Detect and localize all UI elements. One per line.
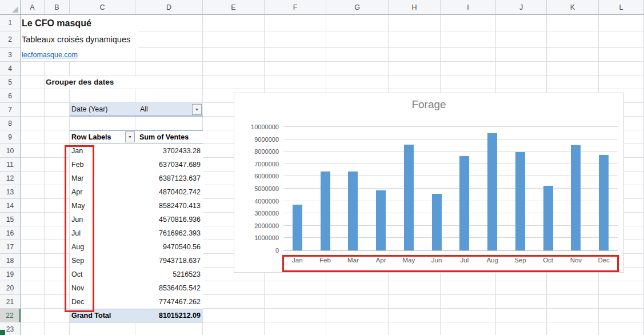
chart[interactable]: Forage 010000002000000300000040000005000…	[234, 93, 624, 273]
pivot-row-label-cell[interactable]: Oct	[70, 268, 135, 281]
pivot-row-label-cell[interactable]: Feb	[70, 158, 135, 172]
chart-gridline	[283, 225, 618, 226]
row-header[interactable]: 10	[0, 144, 21, 158]
chart-bar[interactable]	[515, 152, 525, 250]
column-header[interactable]: J	[496, 0, 547, 15]
pivot-row-value-cell[interactable]: 7943718.637	[135, 254, 201, 268]
column-header[interactable]: F	[265, 0, 326, 15]
x-axis-tick-label: Oct	[535, 257, 561, 264]
subtitle-cell[interactable]: Tableaux croisés dynamiques	[22, 31, 130, 48]
row-header[interactable]: 15	[0, 213, 21, 226]
row-labels-header-cell[interactable]: Row Labels	[71, 131, 111, 143]
pivot-row-label-cell[interactable]: Jun	[70, 213, 135, 226]
pivot-row-value-cell[interactable]: 8536405.542	[135, 281, 201, 295]
chart-bar[interactable]	[543, 186, 553, 250]
chart-bar[interactable]	[487, 133, 497, 250]
column-header[interactable]: D	[135, 0, 203, 15]
column-header[interactable]: K	[547, 0, 599, 15]
filter-value-cell[interactable]: All	[140, 103, 148, 115]
pivot-row-label-cell[interactable]: Nov	[70, 281, 135, 295]
column-header[interactable]: I	[441, 0, 496, 15]
row-header[interactable]: 19	[0, 268, 21, 281]
column-header[interactable]: E	[203, 0, 265, 15]
y-axis-tick-label: 2000000	[237, 222, 279, 230]
row-header[interactable]: 16	[0, 226, 21, 240]
pivot-row-value-cell[interactable]: 9470540.56	[135, 240, 201, 254]
pivot-row-value-cell[interactable]: 7616962.393	[135, 226, 201, 240]
gridline	[21, 75, 644, 75]
row-header[interactable]: 21	[0, 295, 21, 309]
row-labels-dropdown-button[interactable]: ▼	[125, 131, 135, 142]
y-axis-tick-label: 0	[237, 246, 279, 254]
pivot-row-value-cell[interactable]: 8582470.413	[135, 199, 201, 213]
column-header[interactable]: G	[326, 0, 389, 15]
row-header[interactable]: 22	[0, 309, 21, 322]
y-axis-tick-label: 4000000	[237, 197, 279, 205]
pivot-row-value-cell[interactable]: 3702433.28	[135, 144, 201, 158]
row-header[interactable]: 2	[0, 31, 21, 48]
grand-total-value-cell[interactable]: 81015212.09	[159, 309, 201, 322]
chart-gridline	[283, 126, 618, 127]
row-header[interactable]: 6	[0, 89, 21, 103]
values-header-cell[interactable]: Sum of Ventes	[139, 131, 189, 143]
gridline	[21, 89, 644, 89]
workbook-title-cell[interactable]: Le CFO masqué	[22, 15, 91, 31]
chart-bar[interactable]	[348, 172, 358, 250]
chart-bar[interactable]	[459, 156, 469, 250]
row-header[interactable]: 1	[0, 15, 21, 31]
column-header[interactable]: A	[21, 0, 45, 15]
chart-bar[interactable]	[571, 145, 581, 250]
gridline	[44, 15, 45, 335]
filter-dropdown-button[interactable]: ▼	[192, 104, 202, 115]
row-header[interactable]: 5	[0, 75, 21, 89]
pivot-row-value-cell[interactable]: 5216523	[135, 268, 201, 281]
column-header[interactable]: C	[70, 0, 135, 15]
chart-bar[interactable]	[376, 190, 386, 250]
pivot-row-value-cell[interactable]: 7747467.262	[135, 295, 201, 309]
y-axis-tick-label: 8000000	[237, 147, 279, 155]
grand-total-label-cell[interactable]: Grand Total	[71, 309, 111, 322]
pivot-row-label-cell[interactable]: Dec	[70, 295, 135, 309]
row-header[interactable]: 13	[0, 185, 21, 199]
row-header[interactable]: 14	[0, 199, 21, 213]
chart-bar[interactable]	[432, 194, 442, 250]
chart-bar[interactable]	[599, 155, 609, 250]
column-header[interactable]: H	[389, 0, 441, 15]
column-header[interactable]: L	[599, 0, 644, 15]
row-header[interactable]: 18	[0, 254, 21, 268]
pivot-row-value-cell[interactable]: 6370347.689	[135, 158, 201, 172]
chart-bar[interactable]	[404, 145, 414, 250]
hyperlink-cell[interactable]: lecfomasque.com	[22, 48, 78, 62]
y-axis-tick-label: 1000000	[237, 234, 279, 242]
pivot-row-value-cell[interactable]: 4870402.742	[135, 185, 201, 199]
chart-bar[interactable]	[293, 205, 302, 250]
column-header[interactable]: B	[45, 0, 70, 15]
pivot-row-label-cell[interactable]: Apr	[70, 185, 135, 199]
select-all-triangle-icon	[12, 6, 18, 13]
pivot-row-label-cell[interactable]: Mar	[70, 172, 135, 185]
section-heading-cell[interactable]: Grouper des dates	[46, 75, 114, 89]
row-header[interactable]: 20	[0, 281, 21, 295]
chart-bar[interactable]	[321, 172, 330, 250]
row-header[interactable]: 4	[0, 62, 21, 75]
pivot-row-value-cell[interactable]: 6387123.637	[135, 172, 201, 185]
pivot-row-label-cell[interactable]: Aug	[70, 240, 135, 254]
pivot-row-label-cell[interactable]: Jul	[70, 226, 135, 240]
pivot-row-label-cell[interactable]: May	[70, 199, 135, 213]
row-header[interactable]: 3	[0, 48, 21, 62]
pivot-filter-row: Date (Year) All	[70, 103, 203, 117]
green-corner-accent	[0, 330, 5, 335]
filter-label-cell[interactable]: Date (Year)	[71, 103, 107, 115]
x-axis-tick-label: Dec	[591, 257, 617, 264]
row-header[interactable]: 11	[0, 158, 21, 172]
row-header[interactable]: 12	[0, 172, 21, 185]
dropdown-arrow-icon: ▼	[128, 135, 132, 139]
select-all-corner[interactable]	[0, 0, 21, 15]
row-header[interactable]: 17	[0, 240, 21, 254]
pivot-row-value-cell[interactable]: 4570816.936	[135, 213, 201, 226]
row-header[interactable]: 7	[0, 103, 21, 117]
pivot-row-label-cell[interactable]: Sep	[70, 254, 135, 268]
row-header[interactable]: 9	[0, 130, 21, 144]
pivot-row-label-cell[interactable]: Jan	[70, 144, 135, 158]
row-header[interactable]: 8	[0, 117, 21, 130]
